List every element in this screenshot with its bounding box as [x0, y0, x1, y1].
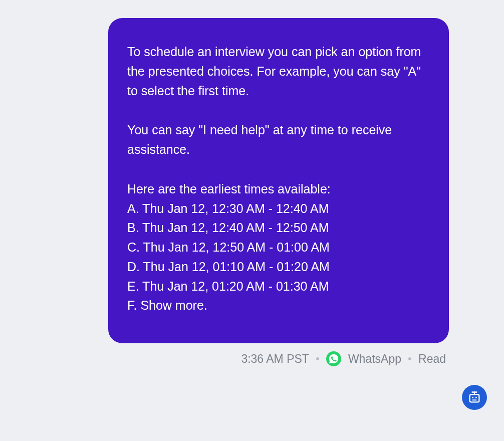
meta-separator-dot	[316, 357, 319, 360]
option-a: A. Thu Jan 12, 12:30 AM - 12:40 AM	[127, 199, 430, 218]
meta-separator-dot	[408, 357, 411, 360]
svg-rect-1	[470, 394, 479, 402]
bot-avatar-badge	[462, 385, 487, 410]
whatsapp-icon	[326, 351, 341, 366]
svg-rect-4	[472, 397, 473, 398]
times-heading: Here are the earliest times available:	[127, 179, 430, 199]
paragraph-spacer	[127, 159, 430, 179]
paragraph-spacer	[127, 100, 430, 120]
svg-rect-5	[475, 397, 477, 398]
option-e: E. Thu Jan 12, 01:20 AM - 01:30 AM	[127, 277, 430, 296]
message-meta: 3:36 AM PST WhatsApp Read	[108, 343, 449, 366]
message-container: To schedule an interview you can pick an…	[108, 18, 449, 366]
bot-icon	[467, 390, 481, 404]
message-timestamp: 3:36 AM PST	[241, 352, 309, 366]
option-c: C. Thu Jan 12, 12:50 AM - 01:00 AM	[127, 238, 430, 257]
option-d: D. Thu Jan 12, 01:10 AM - 01:20 AM	[127, 257, 430, 277]
message-status: Read	[418, 352, 446, 366]
option-f: F. Show more.	[127, 296, 430, 315]
bot-message-bubble: To schedule an interview you can pick an…	[108, 18, 449, 343]
option-b: B. Thu Jan 12, 12:40 AM - 12:50 AM	[127, 218, 430, 238]
message-help-line: You can say "I need help" at any time to…	[127, 120, 430, 159]
message-intro: To schedule an interview you can pick an…	[127, 42, 430, 100]
message-channel: WhatsApp	[348, 352, 401, 366]
